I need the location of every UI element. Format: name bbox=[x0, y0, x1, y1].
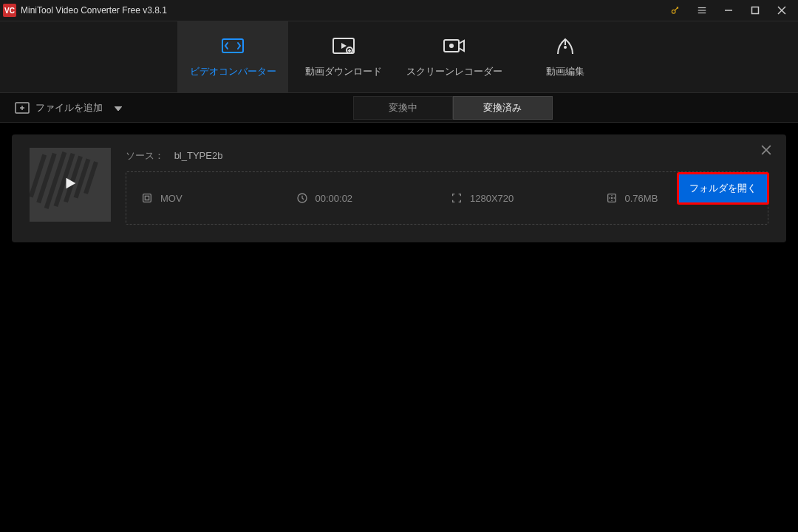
svg-rect-21 bbox=[145, 196, 149, 200]
svg-marker-19 bbox=[66, 178, 76, 189]
source-label: ソース： bbox=[126, 150, 164, 161]
minimize-button[interactable] bbox=[715, 0, 742, 21]
tab-converting[interactable]: 変換中 bbox=[353, 96, 453, 120]
close-app-button[interactable] bbox=[768, 0, 795, 21]
main-nav: ビデオコンバーター 動画ダウンロード スクリーンレコーダー 動画編集 bbox=[0, 21, 798, 93]
svg-point-24 bbox=[610, 197, 613, 200]
download-icon bbox=[331, 35, 356, 56]
tab-label: 変換中 bbox=[389, 101, 417, 115]
file-details: MOV 00:00:02 1280X720 0.76MB bbox=[126, 171, 768, 225]
duration-value: 00:00:02 bbox=[316, 193, 353, 204]
format-value: MOV bbox=[160, 193, 183, 204]
source-label-line: ソース： bl_TYPE2b bbox=[126, 149, 768, 163]
open-folder-button[interactable]: フォルダを開く bbox=[678, 173, 768, 204]
tab-converted[interactable]: 変換済み bbox=[453, 96, 553, 120]
menu-button[interactable] bbox=[689, 0, 715, 21]
editor-icon bbox=[554, 35, 576, 56]
add-file-button[interactable]: ファイルを追加 bbox=[15, 101, 122, 115]
app-logo: VC bbox=[3, 4, 16, 17]
maximize-button[interactable] bbox=[742, 0, 768, 21]
remove-file-button[interactable] bbox=[761, 145, 773, 157]
svg-rect-20 bbox=[143, 194, 151, 202]
svg-point-14 bbox=[564, 46, 567, 49]
toolbar: ファイルを追加 変換中 変換済み bbox=[0, 93, 798, 123]
size-value: 0.76MB bbox=[625, 193, 658, 204]
content-area: ソース： bl_TYPE2b MOV 00:00:02 1280X720 bbox=[0, 123, 798, 254]
nav-label: スクリーンレコーダー bbox=[406, 65, 502, 78]
nav-label: 動画編集 bbox=[546, 65, 584, 78]
app-title: MiniTool Video Converter Free v3.8.1 bbox=[21, 5, 662, 16]
detail-resolution: 1280X720 bbox=[451, 192, 598, 204]
video-thumbnail[interactable] bbox=[30, 148, 111, 222]
add-file-label: ファイルを追加 bbox=[35, 101, 103, 115]
upgrade-key-button[interactable] bbox=[662, 0, 689, 21]
convert-icon bbox=[220, 35, 245, 56]
svg-point-0 bbox=[672, 10, 675, 13]
detail-format: MOV bbox=[141, 192, 289, 204]
tab-label: 変換済み bbox=[483, 101, 522, 115]
nav-recorder[interactable]: スクリーンレコーダー bbox=[399, 21, 510, 92]
recorder-icon bbox=[442, 35, 467, 56]
svg-marker-10 bbox=[341, 43, 347, 49]
svg-marker-18 bbox=[115, 106, 122, 111]
file-card: ソース： bl_TYPE2b MOV 00:00:02 1280X720 bbox=[12, 134, 786, 242]
resolution-value: 1280X720 bbox=[470, 193, 514, 204]
nav-converter[interactable]: ビデオコンバーター bbox=[177, 21, 288, 92]
nav-label: 動画ダウンロード bbox=[305, 65, 382, 78]
nav-editor[interactable]: 動画編集 bbox=[510, 21, 621, 92]
play-icon bbox=[62, 175, 78, 194]
nav-label: ビデオコンバーター bbox=[190, 65, 276, 78]
svg-point-13 bbox=[449, 44, 454, 48]
title-bar: VC MiniTool Video Converter Free v3.8.1 bbox=[0, 0, 798, 21]
nav-download[interactable]: 動画ダウンロード bbox=[288, 21, 399, 92]
chevron-down-icon bbox=[115, 102, 122, 113]
svg-rect-5 bbox=[752, 7, 759, 14]
source-filename: bl_TYPE2b bbox=[174, 150, 223, 161]
detail-duration: 00:00:02 bbox=[296, 192, 444, 204]
status-tabs: 変換中 変換済み bbox=[122, 96, 783, 120]
